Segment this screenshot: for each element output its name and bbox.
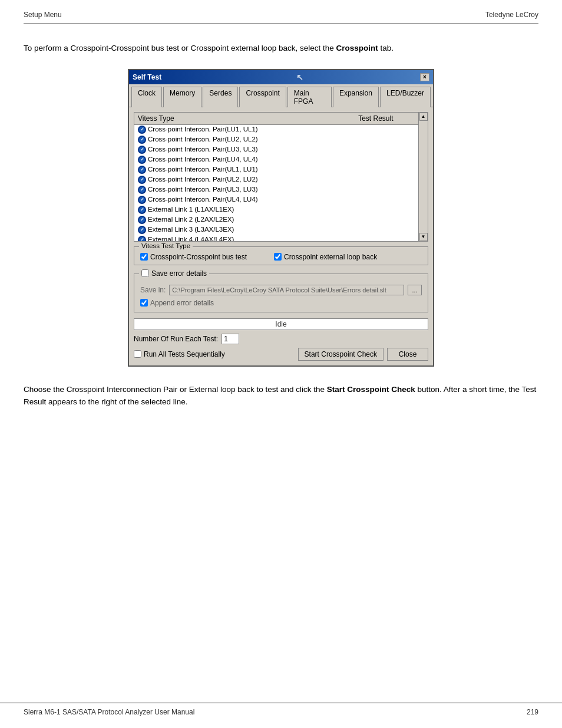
dialog-buttons: Start Crosspoint Check Close [298,348,428,361]
save-error-label-text: Save error details [151,269,207,278]
tab-led-buzzer[interactable]: LED/Buzzer [380,87,431,107]
scroll-thumb [419,121,428,233]
save-error-checkbox[interactable] [141,269,149,277]
col-test-result: Test Result [355,113,428,125]
intro-paragraph: To perform a Crosspoint-Crosspoint bus t… [24,42,538,55]
tab-memory[interactable]: Memory [163,87,201,107]
progress-status: Idle [275,320,286,328]
status-icon [138,166,146,174]
table-row: Cross-point Intercon. Pair(LU3, UL3) [134,144,428,154]
row-label: External Link 2 (L2AX/L2EX) [134,215,355,225]
status-icon [138,146,146,154]
row-label: Cross-point Intercon. Pair(UL1, LU1) [134,164,355,174]
row-label: External Link 3 (L3AX/L3EX) [134,225,355,235]
save-error-group: Save error details Save in: ... Append e… [134,274,428,312]
row-label: Cross-point Intercon. Pair(LU3, UL3) [134,144,355,154]
row-result [355,124,428,134]
vitess-test-group: Vitess Test Type Crosspoint-Crosspoint b… [134,246,428,265]
dialog-close-button[interactable]: Close [387,348,428,361]
status-icon [138,236,146,242]
outro-paragraph: Choose the Crosspoint Interconnection Pa… [24,383,538,409]
run-each-input[interactable] [222,334,239,344]
row-label: External Link 1 (L1AX/L1EX) [134,205,355,215]
row-result [355,174,428,185]
header-left: Setup Menu [24,11,62,19]
status-icon [138,206,146,214]
dialog-bottom-row: Run All Tests Sequentially Start Crosspo… [134,348,428,361]
tab-crosspoint[interactable]: Crosspoint [239,87,286,107]
run-all-label: Run All Tests Sequentially [144,350,225,358]
crosspoint-loop-label: Crosspoint external loop back [284,253,377,261]
save-error-check-label[interactable]: Save error details [141,269,207,278]
tab-clock[interactable]: Clock [131,87,162,107]
crosspoint-bus-check-label[interactable]: Crosspoint-Crosspoint bus test [140,253,247,261]
save-in-row: Save in: ... [140,285,422,295]
test-table-container: Vitess Type Test Result Cross-point Inte… [134,112,428,242]
row-label: Cross-point Intercon. Pair(LU4, UL4) [134,154,355,164]
status-icon [138,196,146,204]
scrollbar[interactable]: ▲ ▼ [418,113,428,241]
row-result [355,164,428,174]
page-content: To perform a Crosspoint-Crosspoint bus t… [0,24,562,426]
row-result [355,225,428,235]
status-icon [138,136,146,144]
status-icon [138,186,146,194]
table-row: External Link 2 (L2AX/L2EX) [134,215,428,225]
self-test-dialog: Self Test ↖ × Clock Memory Serdes Crossp… [128,69,434,367]
scroll-down-button[interactable]: ▼ [419,233,428,241]
header-right: Teledyne LeCroy [485,11,538,19]
run-all-checkbox[interactable] [134,350,141,358]
row-label: Cross-point Intercon. Pair(UL2, LU2) [134,174,355,185]
append-label: Append error details [150,299,214,307]
start-crosspoint-button[interactable]: Start Crosspoint Check [298,348,384,361]
tab-main-fpga[interactable]: Main FPGA [287,87,332,107]
dialog-title: Self Test [133,73,161,81]
run-all-check-label[interactable]: Run All Tests Sequentially [134,350,225,358]
table-row: Cross-point Intercon. Pair(LU2, UL2) [134,134,428,144]
table-row: Cross-point Intercon. Pair(UL4, LU4) [134,195,428,205]
status-icon [138,176,146,184]
append-checkbox[interactable] [140,299,148,307]
run-each-row: Number Of Run Each Test: [134,334,428,344]
dialog-body: Vitess Type Test Result Cross-point Inte… [129,107,433,365]
vitess-test-group-label: Vitess Test Type [139,242,193,249]
page-header: Setup Menu Teledyne LeCroy [0,0,562,24]
status-icon [138,226,146,234]
row-result [355,205,428,215]
intro-bold: Crosspoint [336,44,378,52]
row-result [355,144,428,154]
row-result [355,154,428,164]
row-result [355,235,428,242]
table-row: Cross-point Intercon. Pair(UL2, LU2) [134,174,428,185]
footer-left: Sierra M6-1 SAS/SATA Protocol Analyzer U… [24,708,194,716]
crosspoint-loop-checkbox[interactable] [274,253,282,261]
row-label: Cross-point Intercon. Pair(UL4, LU4) [134,195,355,205]
browse-button[interactable]: ... [408,285,422,295]
row-label: External Link 4 (L4AX/L4EX) [134,235,355,242]
save-in-input[interactable] [169,285,404,295]
progress-bar: Idle [134,318,428,330]
dialog-container: Self Test ↖ × Clock Memory Serdes Crossp… [128,69,434,367]
status-icon [138,216,146,224]
row-label: Cross-point Intercon. Pair(LU2, UL2) [134,134,355,144]
save-error-group-label: Save error details [139,269,209,278]
table-row: Cross-point Intercon. Pair(UL1, LU1) [134,164,428,174]
tab-serdes[interactable]: Serdes [203,87,238,107]
intro-text-after: tab. [378,44,394,52]
scroll-up-button[interactable]: ▲ [419,113,428,121]
table-row: External Link 3 (L3AX/L3EX) [134,225,428,235]
dialog-close-icon[interactable]: × [420,73,429,81]
table-row: Cross-point Intercon. Pair(LU4, UL4) [134,154,428,164]
save-in-label: Save in: [140,286,166,294]
table-row: Cross-point Intercon. Pair(LU1, UL1) [134,124,428,134]
crosspoint-loop-check-label[interactable]: Crosspoint external loop back [274,253,377,261]
append-check-label[interactable]: Append error details [140,299,422,307]
table-row: External Link 1 (L1AX/L1EX) [134,205,428,215]
row-result [355,215,428,225]
crosspoint-bus-checkbox[interactable] [140,253,148,261]
row-result [355,134,428,144]
intro-text-before: To perform a Crosspoint-Crosspoint bus t… [24,44,336,52]
tab-expansion[interactable]: Expansion [333,87,379,107]
row-result [355,195,428,205]
test-table: Vitess Type Test Result Cross-point Inte… [134,113,428,242]
